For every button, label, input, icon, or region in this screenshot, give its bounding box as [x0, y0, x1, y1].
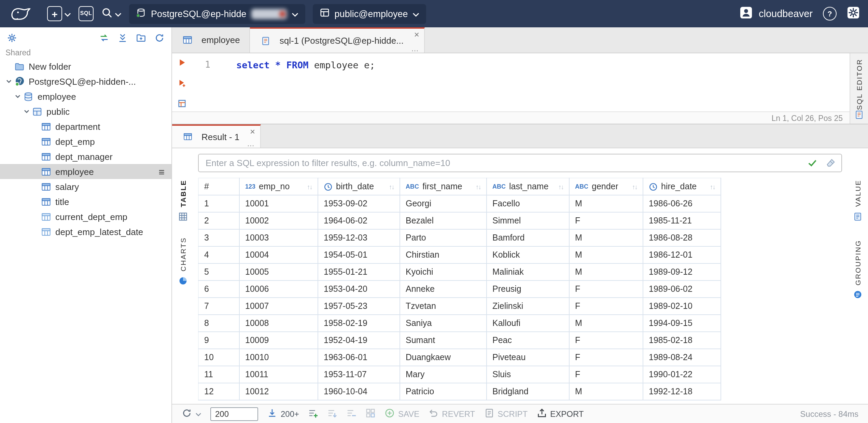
row-number-cell[interactable]: 10: [198, 349, 239, 366]
grid-cell[interactable]: 1986-08-28: [643, 229, 721, 246]
grid-cell[interactable]: F: [569, 349, 643, 366]
grid-cell[interactable]: 1960-10-04: [318, 383, 400, 400]
grid-cell[interactable]: Tzvetan: [400, 298, 487, 315]
column-header-emp_no[interactable]: 123emp_no↑↓: [239, 178, 318, 195]
grid-cell[interactable]: 1989-02-10: [643, 298, 721, 315]
export-button[interactable]: EXPORT: [536, 408, 584, 420]
row-number-cell[interactable]: 3: [198, 229, 239, 246]
grid-cell[interactable]: Kalloufi: [487, 315, 569, 332]
row-number-cell[interactable]: 2: [198, 212, 239, 229]
tab-result-1[interactable]: Result - 1 × …: [172, 124, 261, 148]
grid-cell[interactable]: Simmel: [487, 212, 569, 229]
grid-cell[interactable]: F: [569, 281, 643, 298]
grid-cell[interactable]: 1989-08-24: [643, 349, 721, 366]
tree-item-employee[interactable]: employee≡: [0, 164, 171, 179]
grid-cell[interactable]: 10001: [239, 195, 318, 212]
grid-cell[interactable]: F: [569, 212, 643, 229]
collapse-all-button[interactable]: [117, 32, 128, 43]
grid-cell[interactable]: 10004: [239, 246, 318, 263]
sort-icon[interactable]: ↑↓: [476, 183, 481, 190]
script-button[interactable]: SCRIPT: [484, 408, 528, 420]
grid-cell[interactable]: Zielinski: [487, 298, 569, 315]
row-number-cell[interactable]: 7: [198, 298, 239, 315]
grid-cell[interactable]: 10012: [239, 383, 318, 400]
grid-cell[interactable]: 1990-01-22: [643, 366, 721, 383]
filter-input[interactable]: [198, 154, 842, 172]
cloudbeaver-logo-icon[interactable]: [8, 4, 37, 24]
revert-button[interactable]: REVERT: [428, 408, 475, 420]
grid-cell[interactable]: M: [569, 383, 643, 400]
grid-cell[interactable]: M: [569, 195, 643, 212]
grid-cell[interactable]: 10003: [239, 229, 318, 246]
grid-cell[interactable]: 10011: [239, 366, 318, 383]
clear-filter-button[interactable]: [826, 158, 836, 168]
grid-cell[interactable]: Bamford: [487, 229, 569, 246]
grid-cell[interactable]: M: [569, 229, 643, 246]
grid-cell[interactable]: 10010: [239, 349, 318, 366]
close-icon[interactable]: ×: [250, 127, 255, 136]
tree-item-current-dept-emp[interactable]: current_dept_emp: [0, 209, 171, 224]
sql-code-line[interactable]: select * FROM employee e;: [210, 53, 850, 111]
row-number-cell[interactable]: 9: [198, 332, 239, 349]
grid-cell[interactable]: 1957-05-23: [318, 298, 400, 315]
save-button[interactable]: SAVE: [384, 408, 419, 420]
grid-cell[interactable]: Facello: [487, 195, 569, 212]
column-header-last_name[interactable]: ABClast_name↑↓: [487, 178, 569, 195]
row-number-cell[interactable]: 11: [198, 366, 239, 383]
grid-cell[interactable]: Kyoichi: [400, 263, 487, 281]
new-connection-button[interactable]: +: [47, 6, 71, 21]
grid-cell[interactable]: 10002: [239, 212, 318, 229]
tab-sql-1[interactable]: sql-1 (PostgreSQL@ep-hidde... × …: [250, 27, 425, 53]
sql-editor-side-tab[interactable]: SQL EDITOR: [850, 53, 868, 124]
help-button[interactable]: ?: [823, 7, 837, 21]
grid-cell[interactable]: Saniya: [400, 315, 487, 332]
tree-item-postgresql-ep-hidden[interactable]: PostgreSQL@ep-hidden-...: [0, 74, 171, 89]
column-header-first_name[interactable]: ABCfirst_name↑↓: [400, 178, 487, 195]
explain-plan-button[interactable]: [177, 99, 186, 108]
grid-cell[interactable]: M: [569, 246, 643, 263]
fetch-more-button[interactable]: 200+: [267, 408, 299, 420]
grid-cell[interactable]: 10007: [239, 298, 318, 315]
refresh-tree-button[interactable]: [154, 32, 165, 43]
row-limit-input[interactable]: [210, 407, 258, 421]
tree-item-employee[interactable]: employee: [0, 89, 171, 104]
tab-grouping-panel[interactable]: GROUPING: [853, 240, 863, 302]
refresh-results-button[interactable]: [182, 408, 201, 420]
tree-item-dept-manager[interactable]: dept_manager: [0, 149, 171, 164]
column-header-birth_date[interactable]: birth_date↑↓: [318, 178, 400, 195]
grid-cell[interactable]: 10009: [239, 332, 318, 349]
grid-cell[interactable]: M: [569, 315, 643, 332]
tab-charts-view[interactable]: CHARTS: [178, 237, 188, 288]
grid-cell[interactable]: 1989-06-02: [643, 281, 721, 298]
sort-icon[interactable]: ↑↓: [710, 183, 715, 190]
grid-cell[interactable]: 1953-09-02: [318, 195, 400, 212]
tree-item-public[interactable]: public: [0, 104, 171, 119]
grid-cell[interactable]: 1952-04-19: [318, 332, 400, 349]
grid-cell[interactable]: 1954-05-01: [318, 246, 400, 263]
grid-cell[interactable]: 1953-04-20: [318, 281, 400, 298]
tab-table-view[interactable]: TABLE: [178, 180, 188, 223]
sync-navigator-button[interactable]: [99, 32, 109, 43]
add-row-button[interactable]: [308, 408, 318, 420]
tab-employee[interactable]: employee: [172, 27, 250, 53]
expand-chevron-icon[interactable]: [4, 78, 14, 85]
sql-code-area[interactable]: 1 select * FROM employee e;: [172, 53, 850, 111]
grid-cell[interactable]: Bridgland: [487, 383, 569, 400]
grid-cell[interactable]: Peac: [487, 332, 569, 349]
grid-cell[interactable]: 1958-02-19: [318, 315, 400, 332]
tree-item-department[interactable]: department: [0, 119, 171, 134]
grid-cell[interactable]: 1994-09-15: [643, 315, 721, 332]
open-sql-editor-button[interactable]: SQL: [79, 6, 94, 21]
grid-cell[interactable]: Mary: [400, 366, 487, 383]
sort-icon[interactable]: ↑↓: [558, 183, 563, 190]
grid-cell[interactable]: 1986-06-26: [643, 195, 721, 212]
row-number-cell[interactable]: 5: [198, 263, 239, 281]
tree-item-title[interactable]: title: [0, 194, 171, 209]
user-menu-button[interactable]: cloudbeaver: [740, 6, 813, 21]
grid-cell[interactable]: Duangkaew: [400, 349, 487, 366]
row-number-cell[interactable]: 12: [198, 383, 239, 400]
tree-item-new-folder[interactable]: New folder: [0, 59, 171, 74]
sort-icon[interactable]: ↑↓: [307, 183, 312, 190]
sort-icon[interactable]: ↑↓: [389, 183, 394, 190]
grid-cell[interactable]: 1963-06-01: [318, 349, 400, 366]
